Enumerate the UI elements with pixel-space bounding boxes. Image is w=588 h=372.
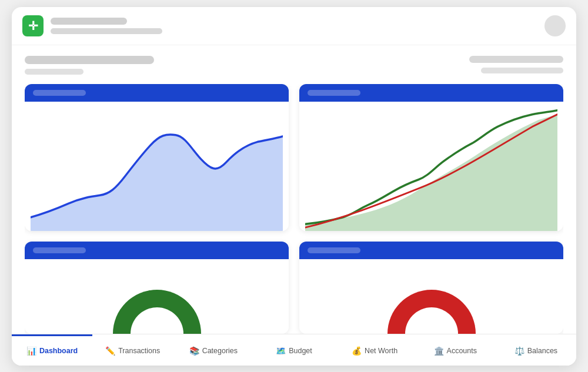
tab-transactions-emoji: ✏️ (105, 346, 115, 356)
spending-chart-card (25, 84, 289, 231)
networth-chart-body (299, 102, 563, 231)
tab-transactions-label: Transactions (118, 347, 160, 355)
tab-budget-label: Budget (289, 347, 312, 355)
tab-networth[interactable]: 💰 Net Worth (335, 334, 415, 366)
tab-dashboard-label: Dashboard (39, 347, 78, 355)
spending-area-fill (31, 134, 283, 230)
app-logo-icon: ✛ (28, 20, 38, 32)
app-logo: ✛ (22, 15, 44, 36)
categories-donut-svg (110, 275, 204, 334)
tab-categories-label: Categories (202, 347, 238, 355)
user-avatar[interactable] (544, 15, 566, 36)
tab-accounts-emoji: 🏛️ (434, 346, 444, 356)
content-header (25, 56, 563, 75)
tab-budget-emoji: 🗺️ (276, 346, 286, 356)
spending-chart-header (25, 84, 289, 102)
main-content (12, 45, 576, 334)
header-right-line1 (469, 56, 563, 63)
categories-chart-card (25, 242, 289, 334)
categories-chart-header (25, 242, 289, 259)
title-line2 (51, 28, 162, 34)
title-bar-text (51, 18, 537, 34)
tab-accounts[interactable]: 🏛️ Accounts (415, 334, 496, 366)
networth-chart-card (299, 84, 563, 231)
charts-grid (25, 84, 563, 334)
title-line1 (51, 18, 127, 25)
header-title-placeholder (25, 56, 154, 64)
tab-balances-emoji: ⚖️ (514, 346, 524, 356)
categories-chart-header-pill (33, 247, 86, 253)
tab-transactions[interactable]: ✏️ Transactions (92, 334, 173, 366)
tab-balances[interactable]: ⚖️ Balances (496, 334, 576, 366)
networth-chart-header-pill (308, 90, 360, 96)
tab-categories[interactable]: 📚 Categories (173, 334, 253, 366)
accounts-chart-header (299, 242, 563, 259)
categories-chart-body (25, 259, 289, 334)
tab-dashboard-emoji: 📊 (26, 346, 36, 356)
accounts-chart-header-pill (308, 247, 360, 253)
networth-chart-header (299, 84, 563, 102)
tab-bar: 📊 Dashboard ✏️ Transactions 📚 Categories… (12, 334, 576, 366)
spending-chart-body (25, 102, 289, 231)
spending-chart-header-pill (33, 90, 86, 96)
networth-chart-svg (305, 108, 557, 231)
tab-balances-label: Balances (527, 347, 557, 355)
app-window: ✛ (12, 7, 576, 366)
header-right-line2 (481, 68, 563, 73)
tab-categories-emoji: 📚 (189, 346, 199, 356)
tab-budget[interactable]: 🗺️ Budget (253, 334, 334, 366)
tab-networth-label: Net Worth (365, 347, 397, 355)
tab-dashboard[interactable]: 📊 Dashboard (12, 334, 92, 366)
tab-networth-emoji: 💰 (352, 346, 362, 356)
spending-chart-svg (31, 108, 283, 231)
accounts-chart-body (299, 259, 563, 334)
accounts-donut-svg (385, 275, 479, 334)
tab-accounts-label: Accounts (447, 347, 477, 355)
accounts-chart-card (299, 242, 563, 334)
header-left (25, 56, 154, 75)
header-subtitle-placeholder (25, 69, 83, 75)
header-right (469, 56, 563, 73)
title-bar: ✛ (12, 7, 576, 45)
